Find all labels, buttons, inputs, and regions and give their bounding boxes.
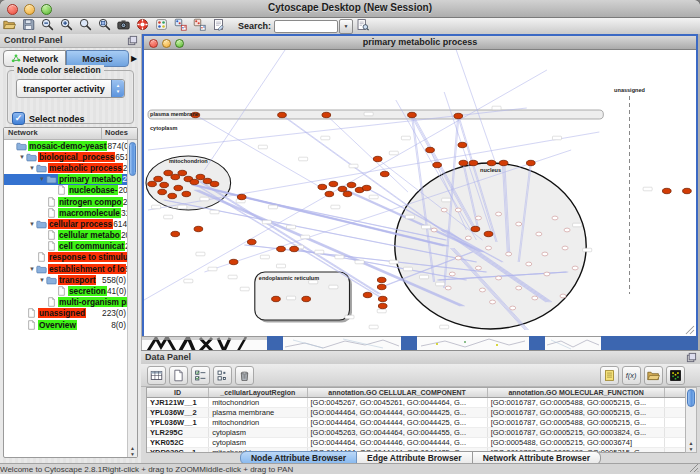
column-header[interactable] — [665, 388, 686, 398]
network-node-highlighted[interactable] — [378, 303, 387, 308]
network-node-small[interactable] — [536, 232, 542, 236]
table-cell[interactable]: [GO:0044464, GO:0044446, GO:0044444, G..… — [307, 438, 487, 448]
background-window-network-1[interactable] — [283, 336, 401, 351]
table-cell[interactable]: mitochondrion — [209, 418, 307, 428]
open-icon[interactable] — [2, 17, 17, 32]
network-node-highlighted[interactable] — [272, 296, 281, 301]
network-node-highlighted[interactable] — [377, 284, 386, 289]
tree-expander-icon[interactable]: ▼ — [38, 277, 46, 283]
table-cell[interactable]: cytoplasm — [209, 428, 307, 438]
delete-attribute-icon[interactable] — [235, 366, 254, 385]
network-node-highlighted[interactable] — [190, 179, 199, 184]
table-cell[interactable]: [GO:0044464, GO:0044444, GO:0044425, G..… — [307, 418, 487, 428]
tree-item-metabolic-process[interactable]: ▼metabolic process280(0) — [4, 162, 128, 173]
network-node-small[interactable] — [564, 228, 570, 232]
tree-item-multi-organism-pro[interactable]: multi-organism pro42(0) — [4, 297, 128, 308]
table-cell[interactable] — [665, 408, 686, 418]
network-node-highlighted[interactable] — [154, 176, 163, 181]
network-node-small[interactable] — [465, 236, 471, 240]
network-node-small[interactable] — [445, 286, 451, 290]
network-node-highlighted[interactable] — [683, 188, 692, 193]
zoom-out-icon[interactable] — [40, 17, 55, 32]
function-builder-icon[interactable]: f(x) — [622, 366, 641, 385]
network-node-highlighted[interactable] — [362, 185, 371, 190]
search-input[interactable] — [274, 20, 338, 33]
network-node-small[interactable] — [506, 252, 512, 256]
tree-item-nucleobase-[interactable]: nucleobase-209(0) — [4, 185, 128, 196]
attribute-table-icon[interactable] — [147, 366, 166, 385]
background-window-network-2[interactable] — [417, 336, 529, 351]
network-node-highlighted[interactable] — [322, 112, 331, 117]
background-windows-strip[interactable] — [142, 336, 698, 350]
network-node-highlighted[interactable] — [433, 162, 442, 167]
tree-item-response-to-stimulu[interactable]: response to stimulu264(0) — [4, 252, 128, 263]
network-node-highlighted[interactable] — [454, 113, 463, 118]
network-node-small[interactable] — [479, 288, 485, 292]
tree-scrollbar[interactable]: ▲▼ — [127, 140, 137, 457]
network-node-small[interactable] — [475, 216, 481, 220]
network-node-small[interactable] — [431, 228, 437, 232]
network-node-small[interactable] — [516, 222, 522, 226]
float-panel-icon[interactable] — [127, 35, 138, 46]
tree-expander-icon[interactable]: ▼ — [28, 266, 36, 272]
table-cell[interactable]: [GO:0044464, GO:0044444, GO:0044425, G..… — [307, 408, 487, 418]
tree-item-establishment-of-lo[interactable]: ▼establishment of lo558(0) — [4, 263, 128, 274]
network-node-small[interactable] — [516, 286, 522, 290]
network-node-highlighted[interactable] — [237, 194, 246, 199]
network-node-highlighted[interactable] — [347, 182, 356, 187]
network-node-highlighted[interactable] — [526, 160, 535, 165]
table-row[interactable]: YPL036W__1mitochondrion[GO:0044464, GO:0… — [147, 418, 686, 428]
search-dropdown-arrow-icon[interactable]: ▼ — [339, 19, 353, 34]
network-node-highlighted[interactable] — [662, 188, 671, 193]
import-attributes-icon[interactable] — [644, 366, 663, 385]
table-cell[interactable]: YPL036W__2 — [147, 408, 209, 418]
layout-b-icon[interactable] — [192, 17, 207, 32]
network-node-highlighted[interactable] — [471, 226, 480, 231]
table-cell[interactable]: mitochondrion — [209, 398, 307, 408]
network-node-small[interactable] — [526, 262, 532, 266]
select-attributes-icon[interactable] — [191, 366, 210, 385]
table-cell[interactable]: YKR052C — [147, 438, 209, 448]
table-cell[interactable]: cytoplasm — [209, 438, 307, 448]
table-cell[interactable]: [GO:0045263, GO:0044464, GO:0044455, G..… — [307, 428, 487, 438]
tree-item-mosaic-demo-yeast[interactable]: mosaic-demo-yeast874(0) — [4, 140, 128, 151]
table-cell[interactable]: YJR121W__1 — [147, 398, 209, 408]
network-node-small[interactable] — [562, 246, 568, 250]
network-node-highlighted[interactable] — [194, 226, 203, 231]
background-window-network-3[interactable] — [545, 336, 601, 351]
tree-item-primary-metabo[interactable]: ▼primary metabo209(... — [4, 174, 128, 185]
matrix-icon[interactable] — [666, 366, 685, 385]
network-node-highlighted[interactable] — [487, 160, 496, 165]
window-resize-grip[interactable] — [689, 463, 699, 473]
tree-scrollbar-thumb[interactable] — [129, 142, 136, 176]
network-node-highlighted[interactable] — [229, 259, 238, 264]
zoom-selected-icon[interactable] — [97, 17, 112, 32]
zoom-fit-icon[interactable] — [78, 17, 93, 32]
table-cell[interactable]: [GO:0016787, GO:0005488, GO:0005215, G..… — [487, 398, 665, 408]
network-node-highlighted[interactable] — [171, 231, 180, 236]
snapshot-icon[interactable] — [116, 17, 131, 32]
column-header[interactable]: _cellularLayoutRegion — [209, 388, 307, 398]
table-row[interactable]: YPL036W__2plasma membrane[GO:0044464, GO… — [147, 408, 686, 418]
network-node-small[interactable] — [485, 246, 491, 250]
table-cell[interactable]: YLR295C — [147, 428, 209, 438]
table-cell[interactable]: plasma membrane — [209, 408, 307, 418]
network-node-small[interactable] — [475, 266, 481, 270]
column-header[interactable]: annotation.GO CELLULAR_COMPONENT — [307, 388, 487, 398]
vizmapper-icon[interactable] — [154, 17, 169, 32]
network-node-highlighted[interactable] — [302, 296, 311, 301]
network-node-small[interactable] — [560, 294, 566, 298]
network-node-highlighted[interactable] — [247, 239, 256, 244]
network-node-small[interactable] — [510, 306, 516, 310]
table-cell[interactable]: [GO:0005488, GO:0005215, GO:0003674] — [487, 438, 665, 448]
table-scrollbar[interactable]: ▲▼ — [685, 387, 697, 453]
tree-item-biological-process[interactable]: ▼biological_process651(0) — [4, 151, 128, 162]
network-node-highlighted[interactable] — [148, 181, 157, 186]
tree-item-transport[interactable]: ▼transport558(0) — [4, 274, 128, 285]
network-node-highlighted[interactable] — [378, 296, 387, 301]
create-attribute-icon[interactable] — [169, 366, 188, 385]
network-node-small[interactable] — [455, 208, 461, 212]
network-node-highlighted[interactable] — [158, 189, 167, 194]
tree-item-cellular-metabo[interactable]: cellular metabo209(0) — [4, 230, 128, 241]
background-window-titlebar[interactable] — [601, 336, 698, 350]
